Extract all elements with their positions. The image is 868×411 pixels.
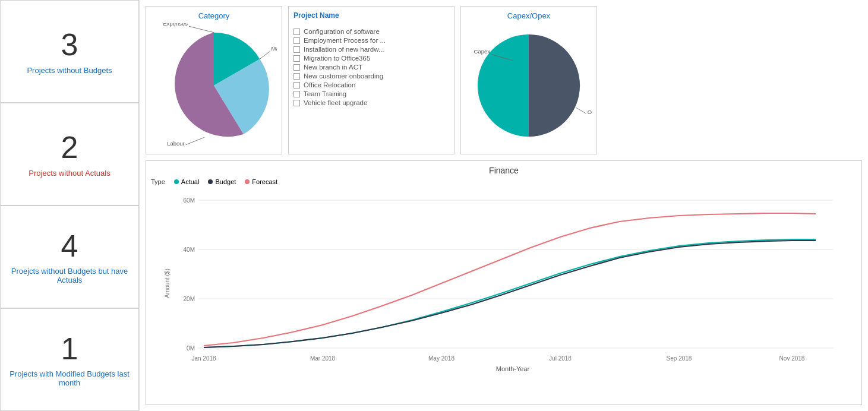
x-axis-label: Month-Year xyxy=(496,365,530,372)
kpi-card-0: 3 Projects without Budgets xyxy=(0,0,139,103)
kpi-label-2: Proejcts without Budgets but have Actual… xyxy=(7,267,132,284)
project-checkbox-4[interactable] xyxy=(293,64,300,71)
y-axis-label: Amount ($) xyxy=(164,268,171,298)
project-checkbox-0[interactable] xyxy=(293,29,300,35)
forecast-label: Forecast xyxy=(252,178,277,185)
labour-line xyxy=(186,137,205,145)
x-label-nov: Nov 2018 xyxy=(779,355,805,362)
opex-line xyxy=(576,108,586,114)
project-filter-title: Project Name xyxy=(293,11,449,20)
main-container: 3 Projects without Budgets 2 Projects wi… xyxy=(0,0,868,411)
kpi-label-0: Projects without Budgets xyxy=(27,66,112,75)
kpi-label-1: Projects without Actuals xyxy=(29,169,110,178)
capex-opex-pie-svg: Capex Opex xyxy=(466,23,592,148)
project-item-7[interactable]: Team Training xyxy=(293,90,449,97)
project-filter-chart[interactable]: Project Name Configuration of software E… xyxy=(288,6,454,154)
budget-dot xyxy=(208,179,213,184)
x-label-sep: Sep 2018 xyxy=(667,355,692,362)
project-checkbox-8[interactable] xyxy=(293,100,300,106)
x-label-may: May 2018 xyxy=(428,355,454,362)
materials-label: Materia... xyxy=(272,45,277,52)
budget-label: Budget xyxy=(215,178,236,185)
kpi-label-3: Projects with Modified Budgets last mont… xyxy=(7,369,132,387)
kpi-number-1: 2 xyxy=(61,131,78,165)
forecast-line xyxy=(204,213,816,346)
category-chart: Category Expenses Materia... Labour xyxy=(146,6,282,154)
project-checkbox-7[interactable] xyxy=(293,91,300,97)
project-name-3: Migration to Office365 xyxy=(304,55,370,62)
project-name-2: Installation of new hardw... xyxy=(304,46,384,53)
actual-label: Actual xyxy=(181,178,200,185)
project-item-8[interactable]: Vehicle fleet upgrade xyxy=(293,99,449,106)
finance-svg: 60M 40M 20M 0M Amount ($) Jan 2018 Mar 2… xyxy=(151,188,857,378)
project-name-1: Employment Process for ... xyxy=(304,37,386,44)
x-label-jan: Jan 2018 xyxy=(191,355,216,362)
project-name-0: Configuration of software xyxy=(304,28,380,35)
y-label-60m: 60M xyxy=(184,197,195,204)
kpi-number-2: 4 xyxy=(61,229,78,263)
project-filter-list: Configuration of software Employment Pro… xyxy=(293,23,449,111)
project-item-5[interactable]: New customer onboarding xyxy=(293,72,449,80)
category-pie-svg: Expenses Materia... Labour xyxy=(151,23,277,148)
capex-opex-chart: Capex/Opex Capex Opex xyxy=(460,6,597,154)
finance-title: Finance xyxy=(151,166,857,175)
project-item-0[interactable]: Configuration of software xyxy=(293,28,449,35)
project-checkbox-3[interactable] xyxy=(293,55,300,62)
labour-label: Labour xyxy=(167,140,184,147)
kpi-number-0: 3 xyxy=(61,28,78,62)
expenses-line xyxy=(189,26,214,33)
kpi-card-3: 1 Projects with Modified Budgets last mo… xyxy=(0,308,139,411)
capex-label-text: Capex xyxy=(474,48,491,55)
project-checkbox-1[interactable] xyxy=(293,37,300,44)
y-label-20m: 20M xyxy=(184,296,195,302)
expenses-label: Expenses xyxy=(163,23,188,27)
project-item-4[interactable]: New branch in ACT xyxy=(293,64,449,71)
actual-dot xyxy=(174,179,179,184)
capex-opex-title: Capex/Opex xyxy=(466,11,592,20)
chart-legend: Type Actual Budget Forecast xyxy=(151,178,857,185)
content-area: Category Expenses Materia... Labour xyxy=(140,0,868,411)
finance-chart: Finance Type Actual Budget Forecast xyxy=(146,160,862,405)
project-checkbox-2[interactable] xyxy=(293,46,300,53)
project-name-4: New branch in ACT xyxy=(304,64,362,71)
kpi-card-1: 2 Projects without Actuals xyxy=(0,103,139,206)
legend-type-label: Type xyxy=(151,178,165,185)
top-charts-row: Category Expenses Materia... Labour xyxy=(143,3,865,157)
legend-actual: Actual xyxy=(174,178,200,185)
kpi-number-3: 1 xyxy=(61,332,78,366)
project-item-1[interactable]: Employment Process for ... xyxy=(293,37,449,44)
x-label-mar: Mar 2018 xyxy=(310,355,336,362)
project-item-6[interactable]: Office Relocation xyxy=(293,81,449,88)
category-title: Category xyxy=(151,11,277,20)
x-label-jul: Jul 2018 xyxy=(549,355,572,362)
y-label-40m: 40M xyxy=(184,246,195,253)
y-label-0m: 0M xyxy=(187,345,195,352)
project-name-5: New customer onboarding xyxy=(304,72,383,80)
project-name-6: Office Relocation xyxy=(304,81,355,88)
project-item-2[interactable]: Installation of new hardw... xyxy=(293,46,449,53)
project-item-3[interactable]: Migration to Office365 xyxy=(293,55,449,62)
project-name-7: Team Training xyxy=(304,90,346,97)
forecast-dot xyxy=(245,179,250,184)
opex-label-text: Opex xyxy=(588,109,592,115)
legend-forecast: Forecast xyxy=(245,178,277,185)
project-checkbox-6[interactable] xyxy=(293,82,300,88)
sidebar: 3 Projects without Budgets 2 Projects wi… xyxy=(0,0,140,411)
legend-budget: Budget xyxy=(208,178,236,185)
materials-line xyxy=(260,51,270,59)
kpi-card-2: 4 Proejcts without Budgets but have Actu… xyxy=(0,206,139,308)
project-name-8: Vehicle fleet upgrade xyxy=(304,99,367,106)
capex-slice xyxy=(529,34,580,137)
project-checkbox-5[interactable] xyxy=(293,73,300,80)
